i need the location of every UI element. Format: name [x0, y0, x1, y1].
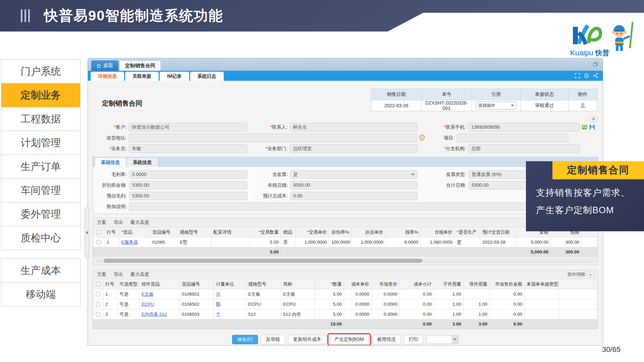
unapprove-button[interactable]: 反审核 [261, 335, 285, 344]
unit-link[interactable]: 片 [216, 292, 221, 297]
dept-label: *业务部门: [247, 146, 290, 152]
row-checkbox[interactable] [96, 292, 100, 296]
total-tax: 300.00 [551, 247, 582, 257]
tab-detail-info[interactable]: 详细信息 [91, 72, 124, 81]
gross-margin-input[interactable]: 0.0000 [129, 170, 247, 179]
row-checkbox[interactable] [97, 240, 101, 244]
collapse-header-button[interactable] [590, 116, 597, 122]
grand-total-label: 合计总额: [418, 182, 469, 188]
attachment-link[interactable]: 无 [581, 103, 585, 108]
callout-line-1: 支持销售按客户需求、 [536, 187, 630, 199]
im-icon[interactable] [584, 73, 589, 78]
total-child-usage: 3.00 [434, 319, 464, 329]
reference-select[interactable]: 选择操作 [476, 102, 517, 110]
grid1-header: 规格型号 [178, 227, 211, 237]
sidebar-item-production-order[interactable]: 生产订单 [1, 155, 80, 179]
save-icon[interactable] [589, 124, 595, 130]
id-card-icon[interactable] [582, 124, 587, 130]
customer-input[interactable]: 快普演示数据公司 [129, 123, 247, 131]
row-checkbox[interactable] [96, 302, 100, 306]
footer-button-bar: 修改(E) 反审核 更新组件成本 产生定制BOM 被用情况 打印 [93, 333, 598, 346]
panel-collapse-handle[interactable] [85, 207, 89, 258]
tab-custom-sales-contract[interactable]: 定制销售合同 [119, 60, 161, 71]
grid2-row: 1 可选 E主板 0106501 片 E主板 E主板 5.00 0.0000 0… [93, 289, 598, 299]
grid1-scheme-button[interactable]: 方案 [97, 220, 106, 226]
location-pin-icon[interactable] [419, 135, 425, 141]
grid1-header: 折扣率% [329, 227, 352, 237]
contact-input[interactable]: 林先生 [290, 123, 417, 131]
grid2-scheme-button[interactable]: 方案 [97, 272, 106, 278]
more-actions-dropdown[interactable] [426, 335, 459, 344]
select-all-checkbox[interactable] [97, 230, 101, 234]
scrollbar-thumb[interactable] [104, 259, 422, 263]
total-qty: 5.00 [250, 247, 281, 257]
unit-link[interactable]: 个 [216, 312, 221, 317]
tab-system-info[interactable]: 系统信息 [127, 158, 158, 167]
address-input[interactable] [129, 134, 417, 142]
component-link[interactable]: E主板 [142, 292, 154, 297]
est-profit-input[interactable]: 5300.00 [129, 192, 247, 200]
update-component-cost-button[interactable]: 更新组件成本 [288, 335, 326, 344]
note-label: 附加说明: [93, 204, 129, 210]
document-content: 定制销售合同 销售日期 单号 引用 单据状态 附件 2022-03-26 DZX… [88, 81, 603, 346]
dept-input[interactable]: 总经理室 [290, 144, 417, 153]
sidebar-item-engineering-data[interactable]: 工程数据 [1, 107, 80, 131]
col-attachment: 附件 [569, 89, 597, 100]
est-cost-input[interactable]: 0.00 [290, 192, 418, 200]
print-button[interactable]: 打印 [404, 335, 423, 344]
tab-desktop[interactable]: 桌面 [91, 60, 118, 71]
col-doc-number: 单号 [422, 89, 472, 100]
component-link[interactable]: ECPU [142, 302, 154, 307]
untaxed-total-input[interactable]: 5000.00 [290, 181, 418, 189]
row-checkbox[interactable] [96, 312, 100, 316]
sidebar-item-production-cost[interactable]: 生产成本 [1, 258, 80, 283]
sidebar-item-mobile[interactable]: 移动端 [1, 282, 80, 306]
restore-window-icon[interactable] [593, 62, 598, 67]
sidebar-item-portal[interactable]: 门户系统 [1, 59, 80, 83]
grid1-header: *交易单价 [296, 227, 329, 237]
gross-margin-label: 毛利率: [93, 172, 129, 178]
tab-basic-info[interactable]: 基础信息 [95, 158, 126, 167]
share-icon[interactable] [593, 73, 598, 78]
grid1-header: 行号 [105, 227, 119, 237]
pre-discount-input[interactable]: 5300.00 [129, 181, 247, 189]
note-input[interactable] [129, 202, 580, 211]
grid1-toolbar: 方案 导出 最大高度 [93, 218, 598, 227]
address-label: 送货地址: [93, 135, 129, 141]
sidebar-item-custom-business[interactable]: 定制业务 [1, 83, 80, 107]
generate-custom-bom-button[interactable]: 产生定制BOM [329, 335, 369, 344]
tab-system-log[interactable]: 系统日志 [190, 72, 224, 81]
grid1-header: 赠品 [281, 227, 296, 237]
salesman-input[interactable]: 朱敏 [129, 144, 247, 153]
sidebar-item-plan-management[interactable]: 计划管理 [1, 131, 80, 155]
component-link[interactable]: E内存条 512 [142, 312, 167, 317]
select-all-checkbox[interactable] [96, 282, 100, 286]
grid1-export-button[interactable]: 导出 [114, 220, 123, 226]
tab-im-record[interactable]: IM记录 [160, 72, 189, 81]
sidebar-item-workshop[interactable]: 车间管理 [1, 178, 80, 202]
callout-title: 定制销售合同 [552, 161, 644, 179]
page-number: 30/65 [602, 345, 621, 354]
grid2-export-button[interactable]: 导出 [114, 272, 123, 278]
phone-label: *联系手机: [417, 124, 468, 130]
project-input[interactable] [457, 134, 568, 142]
usage-status-button[interactable]: 被用情况 [372, 335, 401, 344]
modify-button[interactable]: 修改(E) [232, 335, 258, 344]
slide-title: 快普易90智能制造系统功能 [44, 6, 223, 25]
tab-related-docs[interactable]: 关联单据 [125, 72, 159, 81]
grid2-header: 成本小计 [400, 279, 434, 289]
collapse-component-button[interactable] [587, 272, 594, 277]
grid2-header: 子件用量 [434, 279, 464, 289]
product-link[interactable]: E服务器 [121, 240, 138, 245]
fullscreen-icon[interactable] [575, 73, 580, 78]
branch-input[interactable]: 总部 [468, 144, 580, 153]
unit-link[interactable]: 颗 [216, 302, 221, 307]
grid2-max-height-button[interactable]: 最大高度 [130, 272, 149, 278]
sidebar-item-quality-center[interactable]: 质检中心 [1, 226, 80, 250]
est-cost-label: 预计总成本: [247, 193, 290, 199]
sidebar-item-outsourcing[interactable]: 委外管理 [1, 202, 80, 226]
phone-input[interactable]: 13890909090 [468, 123, 580, 131]
grid1-header: *交易数量 [250, 227, 281, 237]
has-invoice-select[interactable]: 是 [290, 170, 418, 179]
grid1-max-height-button[interactable]: 最大高度 [130, 220, 149, 226]
